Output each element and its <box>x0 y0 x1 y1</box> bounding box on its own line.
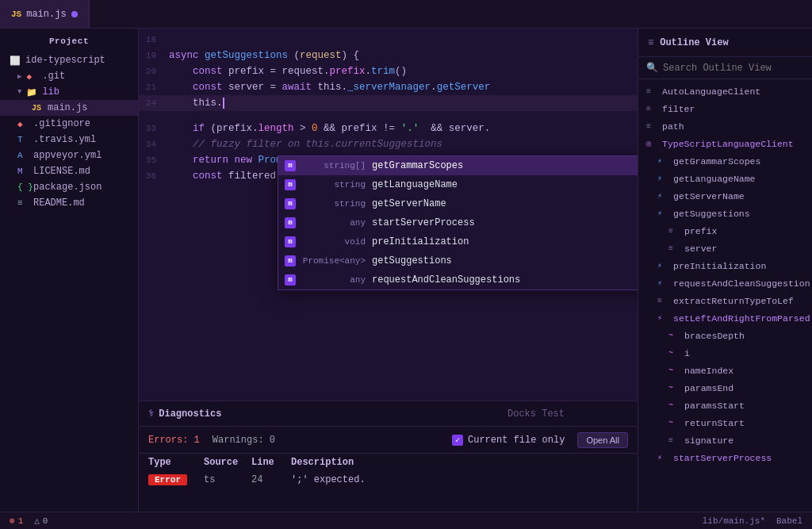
outline-item-getlanguagename[interactable]: ⚡ getLanguageName <box>638 170 812 187</box>
outline-item-label: path <box>662 121 684 132</box>
outline-item-startserver[interactable]: ⚡ startServerProcess <box>638 449 812 466</box>
outline-item-label: returnStart <box>684 418 745 428</box>
code-line-18: 18 <box>139 32 638 48</box>
outline-item-getsuggestions[interactable]: ⚡ getSuggestions <box>638 205 812 222</box>
ac-badge: m <box>285 274 296 286</box>
autocomplete-popup: m string[] getGrammarScopes () m string … <box>278 155 638 290</box>
outline-item-server[interactable]: ≡ server <box>638 240 812 257</box>
outline-item-label: i <box>684 348 690 358</box>
sidebar-item-gitignore[interactable]: ◆ .gitignore <box>0 116 138 132</box>
col-desc-header: Description <box>291 457 628 468</box>
code-line-24: 24 this. <box>139 95 638 111</box>
sidebar-item-label: .git <box>42 71 65 82</box>
outline-title: ≡ Outline View <box>638 29 812 57</box>
sidebar-item-lib[interactable]: ▼ 📁 lib <box>0 84 138 100</box>
sidebar-item-readme[interactable]: ≡ README.md <box>0 195 138 211</box>
sidebar-item-appveyor[interactable]: A appveyor.yml <box>0 148 138 163</box>
error-status: ⊗ 1 <box>10 516 23 526</box>
outline-item-bracesdepth[interactable]: ~ bracesDepth <box>638 327 812 344</box>
status-lang: Babel <box>776 516 802 526</box>
triple-dash-icon: ≡ <box>646 105 657 113</box>
outline-item-prefix[interactable]: ≡ prefix <box>638 222 812 240</box>
diag-description: ';' expected. <box>291 474 628 485</box>
outline-item-setleftright[interactable]: ⚡ setLeftAndRightFromParsed <box>638 309 812 327</box>
outline-item-paramsend[interactable]: ~ paramsEnd <box>638 379 812 397</box>
outline-item-label: paramsEnd <box>684 383 733 393</box>
sidebar-item-mainjs[interactable]: JS main.js <box>0 100 138 116</box>
current-file-checkbox[interactable]: ✓ Current file only <box>452 435 565 446</box>
ac-item-requestAndClean[interactable]: m any requestAndCleanSuggestions (reques… <box>278 270 638 289</box>
code-editor[interactable]: 18 19 async getSuggestions (request) { 2… <box>139 29 638 512</box>
warning-status-count: 0 <box>43 516 48 526</box>
ac-item-getServerName[interactable]: m string getServerName () <box>278 194 638 213</box>
warning-status-icon: △ <box>34 516 40 526</box>
var-icon: ~ <box>668 419 680 427</box>
outline-item-getservername[interactable]: ⚡ getServerName <box>638 187 812 205</box>
outline-items: ≡ AutoLanguageClient ≡ filter ≡ path ◎ T… <box>638 79 812 512</box>
outline-item-extractreturn[interactable]: ≡ extractReturnTypeToLef <box>638 292 812 309</box>
active-tab[interactable]: JS main.js <box>0 0 90 28</box>
diagnostics-row[interactable]: Error ts 24 ';' expected. <box>139 471 638 489</box>
travis-icon: T <box>17 135 29 144</box>
sidebar-item-package[interactable]: { } package.json <box>0 179 138 195</box>
ac-item-getSuggestions[interactable]: m Promise<any> getSuggestions (request: … <box>278 251 638 270</box>
diagnostics-filter-bar: Errors: 1 Warnings: 0 ✓ Current file onl… <box>139 427 638 454</box>
outline-item-i[interactable]: ~ i <box>638 344 812 362</box>
status-file: lib/main.js* <box>703 516 765 526</box>
code-line-19: 19 async getSuggestions (request) { <box>139 48 638 63</box>
current-file-label: Current file only <box>468 435 565 446</box>
sidebar-item-license[interactable]: M LICENSE.md <box>0 163 138 179</box>
git-icon: ◆ <box>26 71 37 82</box>
outline-item-getgrammarscopes[interactable]: ⚡ getGrammarScopes <box>638 152 812 170</box>
function-icon: ⚡ <box>657 278 668 288</box>
diagnostics-table: Type Source Line Description Error ts 24… <box>139 454 638 512</box>
warning-count: Warnings: 0 <box>213 435 275 446</box>
git-icon: ◆ <box>17 119 29 129</box>
outline-item-preinit[interactable]: ⚡ preInitialization <box>638 257 812 274</box>
ac-item-getGrammarScopes[interactable]: m string[] getGrammarScopes () <box>278 156 638 175</box>
outline-panel: ≡ Outline View 🔍 ≡ AutoLanguageClient ≡ … <box>638 29 812 512</box>
ac-badge: m <box>285 236 296 247</box>
outline-search-input[interactable] <box>663 63 804 74</box>
outline-item-label: bracesDepth <box>684 331 745 341</box>
outline-item-nameindex[interactable]: ~ nameIndex <box>638 362 812 379</box>
outline-item-label: nameIndex <box>684 366 733 376</box>
col-source-header: Source <box>204 457 251 468</box>
outline-item-path[interactable]: ≡ path <box>638 117 812 135</box>
outline-item-label: AutoLanguageClient <box>662 86 760 97</box>
outline-item-autolanguageclient[interactable]: ≡ AutoLanguageClient <box>638 82 812 100</box>
error-count: Errors: 1 <box>148 435 200 446</box>
outline-item-signature[interactable]: ≡ signature <box>638 431 812 449</box>
triple-dash-icon: ≡ <box>668 244 680 253</box>
ac-badge: m <box>285 198 296 209</box>
ac-badge: m <box>285 160 296 171</box>
var-icon: ~ <box>668 384 680 393</box>
outline-search-bar[interactable]: 🔍 <box>638 57 812 79</box>
ac-item-startServerProcess[interactable]: m any startServerProcess () <box>278 213 638 232</box>
var-icon: ~ <box>668 366 680 375</box>
open-all-button[interactable]: Open All <box>577 432 628 448</box>
docks-test-label: Docks Test <box>508 408 565 420</box>
sidebar-item-label: main.js <box>48 102 87 113</box>
triple-dash-icon: ≡ <box>668 436 680 445</box>
var-icon: ~ <box>668 401 680 410</box>
outline-item-returnstart[interactable]: ~ returnStart <box>638 414 812 431</box>
outline-item-filter[interactable]: ≡ filter <box>638 100 812 117</box>
outline-item-label: setLeftAndRightFromParsed <box>673 313 810 324</box>
sidebar-item-git[interactable]: ▶ ◆ .git <box>0 68 138 84</box>
triple-dash-icon: ≡ <box>646 87 657 96</box>
ac-item-getLanguageName[interactable]: m string getLanguageName () <box>278 175 638 194</box>
outline-item-ts-client[interactable]: ◎ TypeScriptLanguageClient <box>638 135 812 152</box>
outline-item-requestandclean[interactable]: ⚡ requestAndCleanSuggestion <box>638 274 812 292</box>
sidebar-item-root[interactable]: ⬜ ide-typescript <box>0 52 138 68</box>
tab-label: main.js <box>26 9 66 20</box>
outline-item-paramsstart[interactable]: ~ paramsStart <box>638 397 812 414</box>
outline-item-label: prefix <box>684 226 717 236</box>
error-badge: Error <box>148 474 187 485</box>
outline-item-label: signature <box>684 435 733 446</box>
sidebar-item-travis[interactable]: T .travis.yml <box>0 132 138 148</box>
license-icon: M <box>17 167 29 176</box>
code-line-20: 20 const prefix = request.prefix.trim() <box>139 63 638 79</box>
ac-item-preInitialization[interactable]: m void preInitialization (connection: an <box>278 232 638 251</box>
error-status-count: 1 <box>18 516 24 526</box>
